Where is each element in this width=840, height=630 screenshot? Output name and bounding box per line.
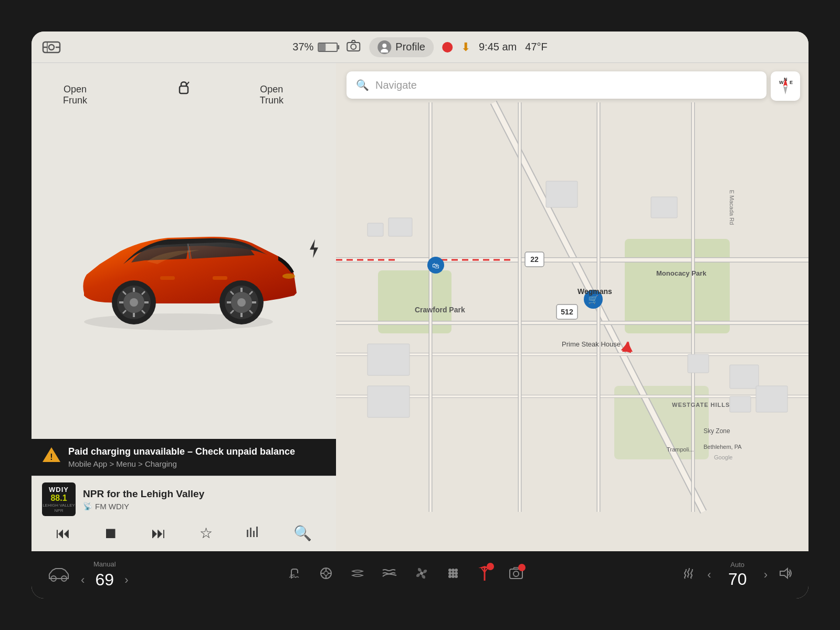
profile-button[interactable]: Profile bbox=[369, 37, 434, 57]
favorite-button[interactable]: ☆ bbox=[196, 521, 216, 545]
right-temp-decrease[interactable]: ‹ bbox=[707, 568, 711, 582]
warning-subtitle: Mobile App > Menu > Charging bbox=[68, 459, 295, 468]
svg-rect-44 bbox=[247, 530, 248, 537]
svg-point-119 bbox=[448, 572, 452, 575]
search-placeholder: Navigate bbox=[375, 79, 417, 91]
autopilot-icon bbox=[42, 38, 61, 57]
svg-point-17 bbox=[130, 298, 138, 307]
lock-icon[interactable] bbox=[175, 79, 192, 99]
left-temp-label: Manual bbox=[93, 560, 116, 568]
camera-badge bbox=[518, 564, 526, 571]
svg-text:Sky Zone: Sky Zone bbox=[704, 427, 730, 435]
battery-bar bbox=[318, 43, 338, 52]
right-temp-wrap: Auto 70 bbox=[722, 561, 753, 589]
svg-text:512: 512 bbox=[561, 308, 573, 316]
svg-marker-127 bbox=[780, 569, 788, 578]
svg-point-118 bbox=[455, 569, 458, 572]
battery-info: 37% bbox=[292, 41, 338, 53]
open-trunk-button[interactable]: Open Trunk bbox=[260, 84, 284, 106]
battery-percent: 37% bbox=[292, 41, 313, 53]
svg-text:E Macada Rd: E Macada Rd bbox=[729, 190, 735, 225]
svg-rect-86 bbox=[546, 181, 578, 207]
search-bar[interactable]: 🔍 Navigate bbox=[346, 71, 766, 99]
station-info: WDIY 88.1 LEHIGH VALLEY NPR NPR for the … bbox=[42, 482, 326, 516]
station-name: NPR for the Lehigh Valley bbox=[83, 488, 326, 500]
left-panel: Open Frunk Open Trunk bbox=[32, 63, 336, 551]
svg-point-115 bbox=[420, 572, 423, 575]
tesla-screen: 37% Profile bbox=[32, 32, 808, 598]
svg-point-2 bbox=[49, 45, 54, 50]
svg-point-7 bbox=[382, 44, 386, 48]
svg-text:Prime Steak House: Prime Steak House bbox=[562, 340, 621, 348]
station-type: 📡 FM WDIY bbox=[83, 502, 326, 511]
svg-text:!: ! bbox=[50, 453, 52, 461]
svg-rect-88 bbox=[688, 354, 709, 373]
profile-label: Profile bbox=[395, 41, 425, 53]
svg-point-116 bbox=[448, 569, 452, 572]
svg-text:Bethlehem, PA: Bethlehem, PA bbox=[704, 444, 742, 450]
svg-text:Monocacy Park: Monocacy Park bbox=[656, 269, 707, 277]
right-temp-value: 70 bbox=[722, 570, 753, 589]
svg-rect-50 bbox=[625, 239, 730, 333]
svg-marker-103 bbox=[783, 86, 788, 94]
bottom-bar: Manual ‹ 69 › bbox=[32, 551, 808, 598]
media-controls: ⏮ ⏹ ⏭ ☆ 🔍 bbox=[42, 521, 326, 545]
svg-text:22: 22 bbox=[530, 255, 539, 264]
map-container: 22 512 E Macada Rd 🛒 🛍 bbox=[336, 63, 808, 551]
svg-rect-87 bbox=[651, 197, 677, 218]
steering-heat-button[interactable] bbox=[319, 566, 333, 584]
next-track-button[interactable]: ⏭ bbox=[148, 521, 169, 545]
search-media-button[interactable]: 🔍 bbox=[290, 521, 315, 545]
signal-icon: 📡 bbox=[83, 502, 92, 510]
svg-rect-45 bbox=[250, 528, 251, 537]
car-home-button[interactable] bbox=[47, 565, 70, 585]
bottom-left: Manual ‹ 69 › bbox=[47, 560, 129, 590]
svg-rect-90 bbox=[730, 396, 751, 412]
front-defrost-button[interactable] bbox=[382, 566, 397, 584]
heated-seats-left-button[interactable] bbox=[287, 566, 302, 584]
svg-text:E: E bbox=[790, 80, 793, 85]
svg-text:W: W bbox=[779, 80, 784, 85]
stop-button[interactable]: ⏹ bbox=[100, 521, 121, 545]
equalizer-button[interactable] bbox=[243, 522, 264, 545]
apps-button[interactable] bbox=[446, 566, 460, 584]
bottom-center-icons bbox=[287, 565, 523, 585]
svg-text:Crawford Park: Crawford Park bbox=[415, 306, 465, 314]
map-panel: 22 512 E Macada Rd 🛒 🛍 bbox=[336, 63, 808, 551]
left-temp-control-wrap: Manual ‹ 69 › bbox=[81, 560, 129, 590]
right-temp-increase[interactable]: › bbox=[764, 568, 768, 582]
battery-fill bbox=[319, 44, 326, 51]
ac-vent-button[interactable] bbox=[350, 566, 365, 584]
car-controls: Open Frunk Open Trunk bbox=[32, 63, 336, 439]
download-icon: ⬇ bbox=[461, 40, 470, 54]
volume-button[interactable] bbox=[778, 566, 793, 584]
svg-text:Wegmans: Wegmans bbox=[578, 287, 612, 296]
camera-view-button[interactable] bbox=[509, 566, 523, 584]
svg-point-126 bbox=[513, 571, 519, 576]
tesla-icon[interactable] bbox=[477, 565, 492, 585]
station-sub: LEHIGH VALLEY NPR bbox=[43, 503, 75, 513]
station-logo: WDIY 88.1 LEHIGH VALLEY NPR bbox=[42, 482, 76, 516]
svg-point-6 bbox=[351, 44, 356, 49]
svg-point-124 bbox=[455, 575, 458, 578]
left-temp-decrease[interactable]: ‹ bbox=[81, 573, 85, 587]
svg-marker-41 bbox=[310, 239, 318, 258]
svg-point-13 bbox=[282, 274, 295, 279]
left-temp-control: ‹ 69 › bbox=[81, 570, 129, 590]
svg-rect-9 bbox=[180, 86, 188, 93]
outside-temp: 47°F bbox=[525, 41, 547, 53]
charge-bolt-icon bbox=[308, 239, 320, 262]
camera-icon bbox=[346, 39, 361, 55]
svg-text:🛍: 🛍 bbox=[432, 261, 439, 270]
fan-button[interactable] bbox=[414, 566, 429, 584]
svg-text:Trampoli...: Trampoli... bbox=[667, 446, 694, 453]
svg-point-123 bbox=[452, 575, 455, 578]
warning-title: Paid charging unavailable – Check unpaid… bbox=[68, 446, 295, 457]
prev-track-button[interactable]: ⏮ bbox=[52, 521, 74, 545]
top-bar: 37% Profile bbox=[32, 32, 808, 63]
notification-badge bbox=[487, 563, 494, 570]
open-frunk-button[interactable]: Open Frunk bbox=[63, 84, 87, 106]
svg-rect-47 bbox=[256, 527, 258, 537]
rear-heat-button[interactable] bbox=[682, 566, 697, 584]
left-temp-increase[interactable]: › bbox=[124, 573, 128, 587]
